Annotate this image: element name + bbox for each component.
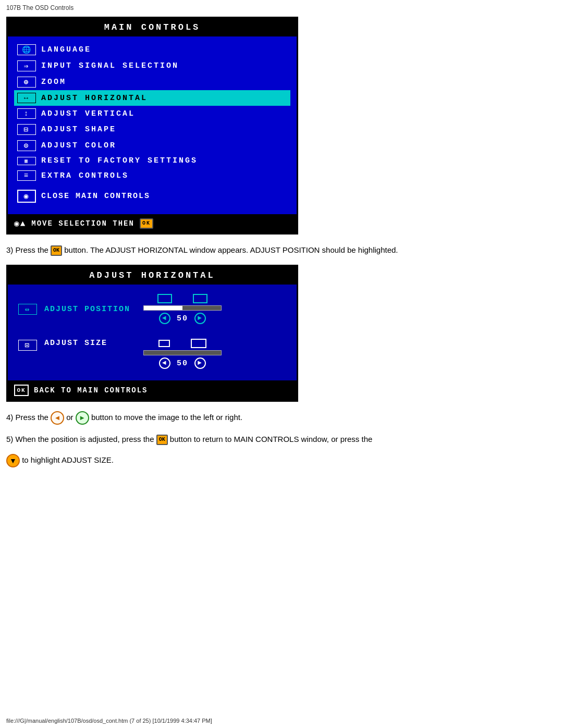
osd-item-adjust-color[interactable]: ⊙ ADJUST COLOR xyxy=(14,138,290,154)
para3-ok-button: OK xyxy=(51,245,62,256)
extra-icon: ≡ xyxy=(17,170,36,181)
zoom-icon: ⊕ xyxy=(17,77,36,88)
adj-size-controls: ◄ 50 ► xyxy=(143,339,222,369)
osd-item-extra[interactable]: ≡ EXTRA CONTROLS xyxy=(14,168,290,183)
adj-size-small-icon xyxy=(158,340,170,347)
close-label: CLOSE MAIN CONTROLS xyxy=(41,192,150,201)
language-icon: 🌐 xyxy=(17,44,36,55)
adjust-horizontal-label: ADJUST HORIZONTAL xyxy=(41,94,148,103)
adj-size-icon: ⊡ xyxy=(18,340,37,351)
adj-position-right-btn[interactable]: ► xyxy=(194,313,206,324)
language-label: LANGUAGE xyxy=(41,45,91,54)
para4-or: or xyxy=(66,413,76,422)
para3-text1: 3) Press the xyxy=(6,245,51,254)
adj-horizontal-body: ⇔ ADJUST POSITION ◄ 50 ► xyxy=(8,285,297,380)
adjust-horizontal-icon: ↔ xyxy=(17,93,36,103)
adj-position-nav[interactable]: ◄ 50 ► xyxy=(159,313,206,324)
adj-position-left-arrow-icon xyxy=(157,294,172,303)
adj-size-row[interactable]: ⊡ ADJUST SIZE ◄ 50 ► xyxy=(16,336,288,372)
adj-position-icon: ⇔ xyxy=(18,304,37,315)
adj-position-bar-row xyxy=(143,305,222,311)
adjust-color-icon: ⊙ xyxy=(17,140,36,151)
main-controls-footer: ◉▲ MOVE SELECTION THEN OK xyxy=(8,214,297,233)
para5-ok-badge: OK xyxy=(156,435,168,445)
adj-size-value: 50 xyxy=(177,359,188,368)
para5-text2: button to return to MAIN CONTROLS window… xyxy=(170,435,373,443)
osd-item-zoom[interactable]: ⊕ ZOOM xyxy=(14,74,290,90)
extra-label: EXTRA CONTROLS xyxy=(41,171,129,180)
adjust-color-label: ADJUST COLOR xyxy=(41,141,116,150)
adj-position-bar-fill xyxy=(144,306,182,310)
footer-ok-badge: OK xyxy=(140,218,153,229)
adj-footer-ok-icon: OK xyxy=(14,385,29,396)
browser-bottom-bar: file:///G|/manual/english/107B/osd/osd_c… xyxy=(0,718,563,724)
adjust-shape-icon: ⊟ xyxy=(17,124,36,135)
adj-size-label: ADJUST SIZE xyxy=(44,339,138,348)
paragraph-4: 4) Press the ◄ or ► button to move the i… xyxy=(6,411,402,425)
para5-text3: to highlight ADJUST SIZE. xyxy=(22,455,114,464)
input-icon: ⇒ xyxy=(17,60,36,71)
adj-position-right-arrow-icon xyxy=(193,294,207,303)
reset-label: RESET TO FACTORY SETTINGS xyxy=(41,156,198,165)
adj-position-label: ADJUST POSITION xyxy=(44,305,138,314)
adj-size-right-btn[interactable]: ► xyxy=(194,357,206,369)
adj-position-value: 50 xyxy=(177,314,188,323)
adj-position-top-icons xyxy=(157,294,207,303)
adjust-vertical-icon: ↕ xyxy=(17,108,36,119)
zoom-label: ZOOM xyxy=(41,78,66,87)
adj-position-row[interactable]: ⇔ ADJUST POSITION ◄ 50 ► xyxy=(16,291,288,327)
main-controls-body: 🌐 LANGUAGE ⇒ INPUT SIGNAL SELECTION ⊕ ZO… xyxy=(8,36,297,214)
adj-position-bar xyxy=(143,305,222,311)
osd-item-reset[interactable]: ▦ RESET TO FACTORY SETTINGS xyxy=(14,154,290,168)
para5-down-btn: ▼ xyxy=(6,454,20,467)
adj-size-bar-row xyxy=(143,350,222,355)
browser-title: 107B The OSD Controls xyxy=(6,4,557,11)
paragraph-5b: ▼ to highlight ADJUST SIZE. xyxy=(6,454,402,467)
para4-text1: 4) Press the xyxy=(6,413,51,422)
para4-left-btn: ◄ xyxy=(51,411,64,425)
osd-item-input[interactable]: ⇒ INPUT SIGNAL SELECTION xyxy=(14,58,290,74)
adj-horizontal-footer: OK BACK TO MAIN CONTROLS xyxy=(8,380,297,400)
browser-url: file:///G|/manual/english/107B/osd/osd_c… xyxy=(6,718,212,724)
adjust-vertical-label: ADJUST VERTICAL xyxy=(41,109,135,118)
adj-footer-text: BACK TO MAIN CONTROLS xyxy=(34,386,148,394)
para4-text2: button to move the image to the left or … xyxy=(91,413,242,422)
main-controls-title: MAIN CONTROLS xyxy=(8,18,297,36)
adjust-horizontal-panel: ADJUST HORIZONTAL ⇔ ADJUST POSITION ◄ 50 xyxy=(6,265,298,402)
adj-horizontal-title: ADJUST HORIZONTAL xyxy=(8,266,297,285)
osd-item-adjust-shape[interactable]: ⊟ ADJUST SHAPE xyxy=(14,121,290,138)
footer-monitor-icon: ◉▲ xyxy=(14,218,26,229)
footer-text: MOVE SELECTION THEN xyxy=(31,219,134,228)
adj-size-top-icons xyxy=(158,339,206,348)
adj-position-controls: ◄ 50 ► xyxy=(143,294,222,324)
adj-size-large-icon xyxy=(191,339,206,348)
adj-position-left-btn[interactable]: ◄ xyxy=(159,313,170,324)
paragraph-3: 3) Press the OK button. The ADJUST HORIZ… xyxy=(6,244,402,256)
adj-size-bar xyxy=(143,350,222,355)
para5-text1: 5) When the position is adjusted, press … xyxy=(6,435,156,443)
adj-size-left-btn[interactable]: ◄ xyxy=(159,357,170,369)
input-label: INPUT SIGNAL SELECTION xyxy=(41,61,179,70)
adj-size-nav[interactable]: ◄ 50 ► xyxy=(159,357,206,369)
paragraph-5: 5) When the position is adjusted, press … xyxy=(6,433,402,446)
adj-size-bar-fill xyxy=(144,351,182,355)
close-monitor-icon: ◉ xyxy=(17,190,36,203)
reset-icon: ▦ xyxy=(17,157,36,165)
para3-text2: button. The ADJUST HORIZONTAL window app… xyxy=(64,245,398,254)
osd-item-adjust-vertical[interactable]: ↕ ADJUST VERTICAL xyxy=(14,106,290,121)
osd-item-language[interactable]: 🌐 LANGUAGE xyxy=(14,42,290,58)
adjust-shape-label: ADJUST SHAPE xyxy=(41,125,116,134)
osd-close-row[interactable]: ◉ CLOSE MAIN CONTROLS xyxy=(14,186,290,207)
main-controls-panel: MAIN CONTROLS 🌐 LANGUAGE ⇒ INPUT SIGNAL … xyxy=(6,17,298,235)
osd-item-adjust-horizontal[interactable]: ↔ ADJUST HORIZONTAL xyxy=(14,90,290,106)
para4-right-btn: ► xyxy=(76,411,89,425)
